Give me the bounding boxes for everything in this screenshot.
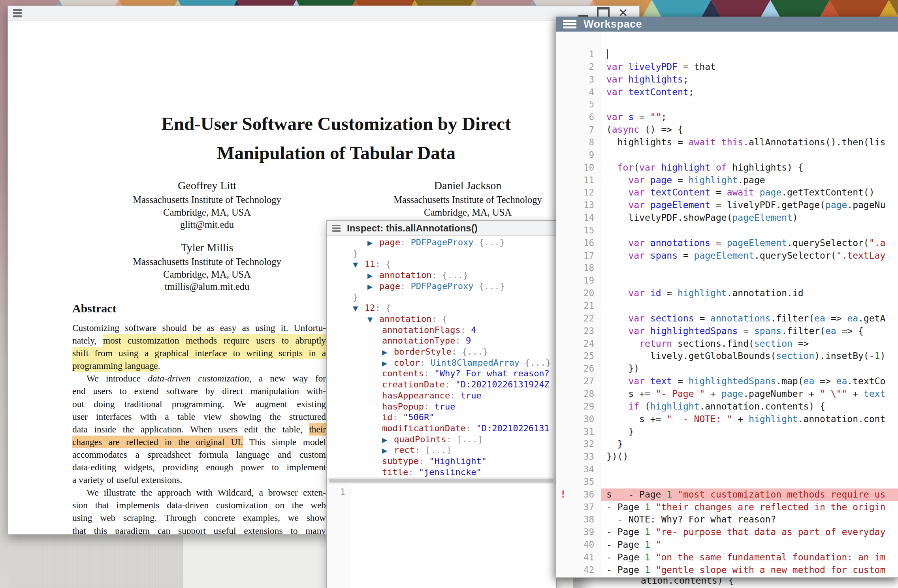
tree-node[interactable]: ▶annotation: {...}	[327, 270, 556, 281]
tree-node[interactable]: ▶page: PDFPageProxy {...}	[327, 281, 556, 292]
window-menu-icon[interactable]	[332, 224, 341, 233]
expand-arrow-icon[interactable]: ▶	[367, 282, 379, 293]
text-run: "506R"	[403, 412, 434, 422]
tree-node[interactable]: }	[327, 248, 556, 259]
inspector-horizontal-scrollbar[interactable]	[327, 477, 556, 484]
inspector-window[interactable]: Inspect: this.allAnnotations() ▶page: PD…	[326, 220, 557, 588]
text-run: "- Page "	[656, 389, 705, 399]
tree-node[interactable]: hasPopup: true	[327, 401, 556, 412]
highlight-annotation[interactable]: programming language	[72, 359, 158, 372]
collapse-arrow-icon[interactable]: ▼	[367, 314, 379, 325]
code-line: 32 }	[556, 438, 898, 451]
tree-node[interactable]: subtype: "Highlight"	[327, 456, 556, 467]
tree-node[interactable]: ▶borderStyle: {...}	[327, 346, 556, 357]
text-run: - Page	[606, 502, 645, 512]
line-number: 23	[556, 325, 594, 338]
text-run: ).insetBy(	[814, 351, 869, 361]
expand-arrow-icon[interactable]: ▶	[382, 445, 394, 456]
text-run	[606, 326, 628, 336]
tree-node[interactable]: ▶page: PDFPageProxy {...}	[327, 237, 556, 248]
highlight-annotation[interactable]: changes are reflected in the original UI…	[72, 436, 243, 448]
text-run: .	[158, 361, 160, 371]
window-menu-icon[interactable]	[563, 19, 576, 30]
expand-arrow-icon[interactable]: ▶	[382, 358, 394, 369]
code-line: 31 }	[556, 426, 898, 438]
tree-node[interactable]: ▶color: Uint8ClampedArray {...}	[327, 357, 556, 368]
workspace-code-editor[interactable]: 12var livelyPDF = that3var highlights;4v…	[556, 32, 898, 577]
tree-node[interactable]: hasAppearance: true	[327, 390, 556, 401]
text-run: PDFPageProxy	[410, 237, 473, 247]
text-run: 1	[645, 527, 650, 537]
collapse-arrow-icon[interactable]: ▼	[353, 259, 365, 271]
collapse-arrow-icon[interactable]: ▼	[353, 303, 365, 314]
tree-node[interactable]: modificationDate: "D:20210226131	[327, 423, 556, 434]
workspace-title: Workspace	[584, 18, 642, 30]
text-run: textContent	[628, 87, 688, 97]
workspace-window[interactable]: Workspace 12var livelyPDF = that3var hig…	[556, 17, 898, 578]
text-run: id	[382, 412, 393, 422]
code-text: - Page 1 "	[606, 539, 661, 551]
tree-node[interactable]: annotationFlags: 4	[327, 325, 556, 336]
text-run: var	[628, 288, 650, 298]
abstract-line: that this paradigm can support useful ex…	[72, 524, 326, 535]
code-line: 24 return sections.find(section =>	[556, 338, 898, 350]
text-run	[710, 162, 716, 173]
author-city: Cambridge, MA, USA	[81, 206, 333, 219]
code-line: 19	[556, 274, 898, 287]
tree-node[interactable]: ▼12: {	[327, 302, 556, 314]
window-menu-icon[interactable]	[13, 8, 22, 19]
tree-node[interactable]: }	[327, 292, 556, 303]
scrollbar-thumb[interactable]	[329, 479, 553, 483]
text-run	[606, 175, 628, 185]
expand-arrow-icon[interactable]: ▶	[367, 271, 379, 282]
tree-node[interactable]: annotationType: 9	[327, 335, 556, 346]
text-run: :	[424, 402, 435, 411]
text-run: annotations	[710, 313, 770, 323]
abstract-line: shift from using a graphical interface t…	[72, 347, 326, 359]
text-run: : [...]	[415, 445, 452, 455]
code-line: 16 var annotations = pageElement.querySe…	[556, 237, 898, 250]
text-run: " - NOTE: "	[666, 414, 732, 424]
text-run: :	[466, 423, 476, 433]
tree-node[interactable]: id: "506R"	[327, 412, 556, 423]
text-run: var	[628, 175, 650, 185]
workspace-titlebar[interactable]: Workspace	[556, 17, 898, 32]
tree-node[interactable]: creationDate: "D:20210226131924Z	[327, 379, 556, 390]
highlight-annotation[interactable]: their	[309, 423, 326, 436]
expand-arrow-icon[interactable]: ▶	[382, 435, 394, 446]
text-run: 9	[466, 336, 471, 346]
inspector-object-tree[interactable]: ▶page: PDFPageProxy {...}}▼11: {▶annotat…	[327, 235, 556, 477]
text-run: annotation	[379, 270, 431, 280]
code-line: 42- Page 1 "gentle slope with a new meth…	[556, 564, 898, 577]
text-run: pageElement	[694, 250, 754, 261]
tree-node[interactable]: title: "jenslincke"	[327, 467, 556, 477]
tree-node[interactable]: contents: "Why? For what reason?	[327, 368, 556, 379]
tree-node[interactable]: ▼annotation: {	[327, 314, 556, 325]
line-number: 17	[556, 250, 594, 262]
text-run: data-driven customization	[148, 373, 249, 383]
tree-node[interactable]: ▶quadPoints: [...]	[327, 434, 556, 445]
text-run: spans	[754, 326, 781, 336]
text-run: annotations	[650, 238, 710, 248]
line-number: 21	[556, 300, 594, 312]
text-run: ea	[847, 313, 858, 323]
line-number: 19	[556, 274, 594, 287]
text-run: ea	[836, 376, 847, 386]
tree-node[interactable]: ▼11: {	[327, 259, 556, 270]
text-run: .page	[738, 175, 765, 185]
text-run: :	[393, 412, 403, 422]
text-run: 1	[645, 539, 650, 550]
text-run: :	[445, 379, 456, 389]
text-run: : {...}	[431, 270, 468, 280]
highlight-annotation[interactable]: most customization methods require users…	[103, 334, 326, 347]
tree-node[interactable]: ▶rect: [...]	[327, 445, 556, 456]
text-run: "Highlight"	[429, 456, 487, 466]
expand-arrow-icon[interactable]: ▶	[382, 347, 394, 358]
expand-arrow-icon[interactable]: ▶	[367, 238, 379, 249]
code-text: })()	[606, 451, 628, 463]
inspector-titlebar[interactable]: Inspect: this.allAnnotations()	[327, 221, 556, 236]
pdf-window-titlebar[interactable]: ✕	[8, 6, 639, 21]
inspector-code-input[interactable]: 1	[327, 484, 556, 588]
text-run	[606, 187, 628, 197]
highlight-annotation[interactable]: shift from using a graphical interface t…	[72, 347, 326, 359]
